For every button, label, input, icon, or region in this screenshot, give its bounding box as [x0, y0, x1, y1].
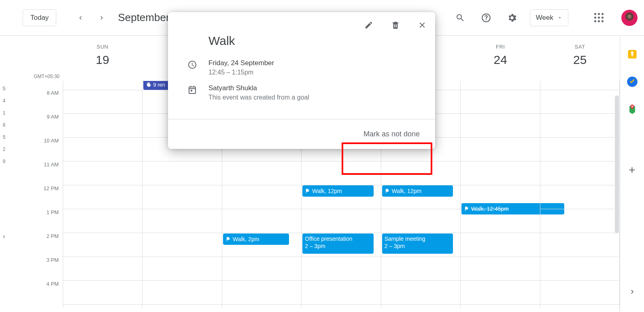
mark-not-done-button[interactable]: Mark as not done — [359, 127, 425, 142]
tasks-button[interactable] — [627, 76, 638, 87]
dropdown-icon — [557, 15, 562, 20]
day-name: SUN — [63, 44, 142, 50]
event-title: Office presentation — [305, 235, 352, 242]
side-panel: + — [620, 36, 644, 312]
event-label: Walk, 12pm — [312, 188, 342, 194]
popup-time: 12:45 – 1:15pm — [208, 69, 274, 76]
maps-icon — [627, 104, 638, 115]
chevron-right-icon — [1, 234, 7, 240]
day-header-sun[interactable]: SUN19 — [63, 36, 142, 81]
day-number: 24 — [461, 53, 540, 67]
mini-cal-frag: 9 — [3, 157, 6, 166]
mini-cal-frag: 4 — [3, 96, 6, 105]
account-avatar[interactable] — [621, 10, 638, 26]
timezone-label: GMT+05:30 — [8, 36, 63, 81]
flag-icon — [225, 236, 231, 242]
event-title: Sample meeting — [385, 235, 425, 242]
tasks-icon — [627, 76, 638, 87]
day-name: FRI — [461, 44, 540, 50]
gear-icon — [507, 13, 517, 23]
next-week-button[interactable] — [94, 10, 110, 26]
time-label: 3 PM — [8, 257, 63, 281]
clock-icon — [187, 60, 197, 70]
time-label: 9 AM — [8, 114, 63, 138]
search-button[interactable] — [452, 10, 468, 26]
keep-button[interactable] — [627, 49, 638, 60]
time-label: 1 PM — [8, 209, 63, 233]
popup-goal-note: This event was created from a goal — [208, 94, 309, 101]
event-label: Walk, 2pm — [233, 236, 259, 242]
add-addon-button[interactable]: + — [629, 163, 635, 176]
support-button[interactable] — [478, 10, 494, 26]
flag-icon — [385, 188, 390, 194]
chevron-right-icon — [98, 14, 105, 21]
event-label: Walk, 12:45pm — [471, 206, 509, 212]
day-column-sun[interactable] — [63, 81, 142, 308]
event-time: 2 – 3pm — [305, 242, 325, 250]
event-walk-thu[interactable]: Walk, 12pm — [382, 185, 453, 197]
trash-icon — [391, 21, 400, 30]
popup-title: Walk — [208, 34, 419, 48]
day-number: 25 — [540, 53, 620, 67]
mini-cal-frag: 5 — [3, 133, 6, 142]
delete-event-button[interactable] — [388, 18, 403, 32]
time-label: 2 PM — [8, 233, 63, 257]
svg-point-2 — [631, 106, 633, 107]
view-label: Week — [536, 14, 553, 22]
pencil-icon — [364, 21, 373, 30]
event-sample-meeting[interactable]: Sample meeting 2 – 3pm — [382, 233, 453, 254]
popup-toolbar — [168, 12, 435, 32]
flag-icon — [464, 206, 470, 212]
collapse-panel-button[interactable] — [628, 288, 636, 296]
search-icon — [455, 13, 465, 23]
event-walk-wed[interactable]: Walk, 12pm — [302, 185, 373, 197]
nav-arrows — [72, 10, 110, 26]
edit-event-button[interactable] — [361, 18, 376, 32]
hand-icon — [146, 82, 151, 87]
day-header-sat[interactable]: SAT25 — [540, 36, 620, 81]
time-label: 10 AM — [8, 138, 63, 161]
event-popup: Walk Friday, 24 September 12:45 – 1:15pm… — [168, 12, 435, 149]
google-apps-button[interactable] — [594, 13, 604, 22]
day-name: SAT — [540, 44, 620, 50]
event-label: 9 ren — [153, 82, 165, 88]
flag-icon — [305, 188, 310, 194]
mini-cal-frag: 8 — [3, 121, 6, 129]
mini-cal-frag: 2 — [3, 145, 6, 154]
mini-calendar-strip: S 4 1 8 5 2 9 — [0, 36, 8, 312]
event-office-presentation[interactable]: Office presentation 2 – 3pm — [302, 233, 373, 254]
time-label: 12 PM — [8, 185, 63, 209]
sidebar-expand-button[interactable] — [1, 234, 7, 240]
day-number: 19 — [63, 53, 142, 67]
chevron-left-icon — [77, 14, 84, 21]
day-column-fri[interactable]: Walk, 12:45pm — [460, 81, 540, 308]
event-label: Walk, 12pm — [392, 188, 421, 194]
event-walk-tue[interactable]: Walk, 2pm — [223, 233, 289, 245]
maps-button[interactable] — [627, 104, 638, 115]
day-header-fri[interactable]: FRI24 — [461, 36, 540, 81]
time-label: 11 AM — [8, 161, 63, 185]
view-selector[interactable]: Week — [530, 9, 568, 26]
event-time: 2 – 3pm — [385, 242, 405, 250]
settings-button[interactable] — [504, 10, 520, 26]
today-button[interactable]: Today — [23, 9, 56, 26]
time-label: 4 PM — [8, 281, 63, 305]
header-right: Week — [452, 9, 638, 26]
calendar-icon — [187, 85, 197, 95]
mini-cal-frag: 1 — [3, 108, 6, 117]
popup-footer: Mark as not done — [168, 119, 435, 149]
time-label: 8 AM — [8, 90, 63, 114]
day-column-sat[interactable] — [540, 81, 620, 308]
close-popup-button[interactable] — [415, 18, 429, 32]
time-axis: 8 AM 9 AM 10 AM 11 AM 12 PM 1 PM 2 PM 3 … — [8, 81, 63, 308]
chevron-right-icon — [628, 288, 636, 296]
popup-owner: Satyarth Shukla — [208, 84, 309, 92]
mini-cal-frag: S — [2, 84, 6, 93]
scrollbar[interactable] — [615, 96, 619, 233]
keep-icon — [627, 49, 638, 60]
help-icon — [481, 13, 491, 23]
close-icon — [418, 21, 427, 30]
popup-date: Friday, 24 September — [208, 59, 274, 67]
event-reminders[interactable]: 9 ren — [143, 81, 172, 90]
prev-week-button[interactable] — [72, 10, 89, 26]
